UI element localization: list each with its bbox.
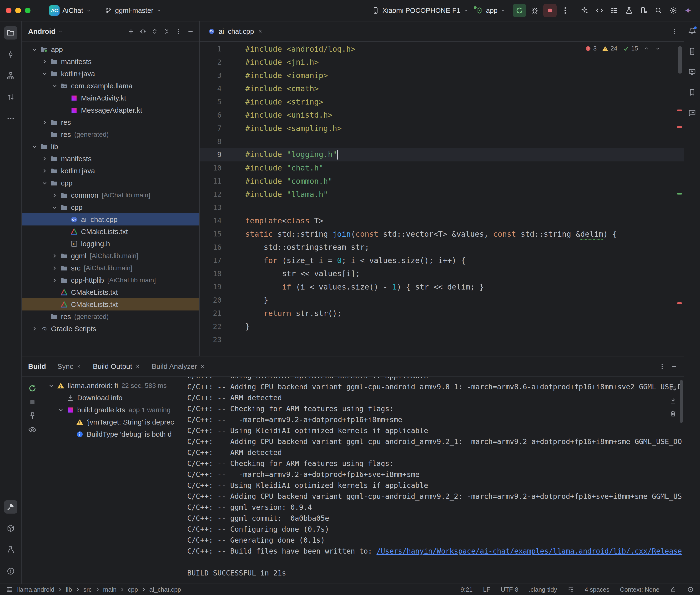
tree-item-res[interactable]: res <box>22 116 199 128</box>
breadcrumb-ai-chat-cpp[interactable]: ai_chat.cpp <box>149 586 181 593</box>
project-view-selector[interactable]: Android <box>28 27 56 35</box>
tree-item-download-info[interactable]: Download info <box>43 392 185 404</box>
pin-icon[interactable] <box>28 412 37 421</box>
line-number[interactable]: 9 <box>200 150 231 159</box>
hide-panel-icon[interactable] <box>670 363 678 370</box>
error-count[interactable]: 3 <box>585 45 597 52</box>
tab-build-analyzer[interactable]: Build Analyzer <box>152 362 205 370</box>
change-stripe-mark[interactable] <box>677 193 682 195</box>
code-line-19[interactable]: 19 if (i < values.size() - 1) { str << d… <box>200 280 684 293</box>
breadcrumb-main[interactable]: main <box>103 586 116 593</box>
stop-icon[interactable] <box>28 398 37 407</box>
line-number[interactable]: 11 <box>200 177 231 185</box>
breadcrumb-lib[interactable]: lib <box>66 586 72 593</box>
error-stripe-mark[interactable] <box>677 302 682 304</box>
tree-item-kotlin-java[interactable]: kotlin+java <box>22 165 199 177</box>
line-number[interactable]: 17 <box>200 256 231 264</box>
line-number[interactable]: 3 <box>200 71 231 80</box>
unlock-icon[interactable] <box>670 586 677 593</box>
tree-item-mainactivity-kt[interactable]: MainActivity.kt <box>22 92 199 104</box>
code-line-17[interactable]: 17 for (size_t i = 0; i < values.size();… <box>200 254 684 267</box>
tree-item-jvmtarget-string-is-deprec[interactable]: 'jvmTarget: String' is deprec <box>43 416 185 428</box>
build-console[interactable]: C/C++: -- Using KleidiAI optimized kerne… <box>185 377 684 584</box>
project-button[interactable] <box>4 26 18 39</box>
tree-item-ggml[interactable]: ggml[AiChat.lib.main] <box>22 250 199 262</box>
indent-setting[interactable]: 4 spaces <box>585 586 610 593</box>
code-line-7[interactable]: 7#include <sampling.h> <box>200 122 684 135</box>
rerun-button[interactable] <box>513 4 526 17</box>
linter-status[interactable]: .clang-tidy <box>529 586 557 593</box>
passed-count[interactable]: 15 <box>623 45 638 52</box>
line-number[interactable]: 2 <box>200 58 231 66</box>
editor-scrollbar[interactable] <box>678 46 682 74</box>
tree-item-cpp-httplib[interactable]: cpp-httplib[AiChat.lib.main] <box>22 274 199 286</box>
tree-item-gradle-scripts[interactable]: Gradle Scripts <box>22 322 199 335</box>
inspections-status-icon[interactable] <box>687 586 694 593</box>
warning-count[interactable]: 24 <box>602 45 617 52</box>
code-line-8[interactable]: 8 <box>200 135 684 148</box>
code-line-11[interactable]: 11#include "common.h" <box>200 174 684 188</box>
inspections-widget[interactable]: 3 24 15 <box>585 45 661 52</box>
line-number[interactable]: 1 <box>200 45 231 53</box>
tree-item-kotlin-java[interactable]: kotlin+java <box>22 67 199 80</box>
tree-item-messageadapter-kt[interactable]: MessageAdapter.kt <box>22 104 199 116</box>
build-button[interactable] <box>4 500 18 514</box>
line-number[interactable]: 14 <box>200 217 231 225</box>
tree-item-lib[interactable]: lib <box>22 140 199 152</box>
line-number[interactable]: 6 <box>200 111 231 119</box>
line-number[interactable]: 13 <box>200 203 231 212</box>
error-stripe-mark[interactable] <box>677 110 682 111</box>
minus-button[interactable] <box>185 26 196 37</box>
line-number[interactable]: 10 <box>200 164 231 172</box>
project-widget[interactable]: AC AiChat <box>49 5 91 16</box>
line-number[interactable]: 12 <box>200 190 231 199</box>
tree-item-cmakelists-txt[interactable]: CMakeLists.txt <box>22 298 199 310</box>
vcs-widget[interactable]: ggml-master <box>105 7 162 15</box>
code-line-13[interactable]: 13 <box>200 201 684 214</box>
locate-button[interactable] <box>138 26 148 37</box>
line-number[interactable]: 23 <box>200 336 231 344</box>
assistant-button[interactable] <box>686 107 698 119</box>
tree-item-res[interactable]: res(generated) <box>22 310 199 322</box>
code-line-3[interactable]: 3#include <iomanip> <box>200 69 684 82</box>
scroll-end-icon[interactable] <box>669 397 677 405</box>
tree-item-build-gradle-kts[interactable]: build.gradle.ktsapp 1 warning <box>43 404 185 416</box>
settings-button[interactable] <box>668 5 679 16</box>
tree-item-res[interactable]: res(generated) <box>22 128 199 140</box>
running-devices-button[interactable] <box>686 66 698 78</box>
collapse-all-button[interactable] <box>162 26 172 37</box>
code-line-9[interactable]: 9#include "logging.h" <box>200 148 684 162</box>
tab-build[interactable]: Build <box>28 362 46 370</box>
code-line-2[interactable]: 2#include <jni.h> <box>200 56 684 69</box>
previous-problem-button[interactable] <box>643 46 649 52</box>
line-ending[interactable]: LF <box>483 586 490 593</box>
code-line-12[interactable]: 12#include "llama.h" <box>200 188 684 201</box>
console-file-link[interactable]: /Users/hanyin/Workspace/ai-chat/examples… <box>376 547 682 555</box>
breadcrumb-llama-android[interactable]: llama.android <box>17 586 54 593</box>
caret-position[interactable]: 9:21 <box>460 586 473 593</box>
line-number[interactable]: 7 <box>200 124 231 132</box>
line-number[interactable]: 5 <box>200 97 231 106</box>
tree-item-llama-android-fi[interactable]: llama.android: fi22 sec, 583 ms <box>43 379 185 392</box>
tree-item-cpp[interactable]: cpp <box>22 201 199 213</box>
line-number[interactable]: 21 <box>200 309 231 317</box>
minimize-window-button[interactable] <box>15 8 21 13</box>
rerun-icon[interactable] <box>28 384 37 393</box>
tree-item-manifests[interactable]: manifests <box>22 152 199 165</box>
line-number[interactable]: 20 <box>200 296 231 304</box>
line-number[interactable]: 4 <box>200 85 231 93</box>
expand-all-button[interactable] <box>149 26 160 37</box>
code-inspect-button[interactable] <box>594 5 605 16</box>
tree-item-common[interactable]: common[AiChat.lib.main] <box>22 189 199 201</box>
code-line-18[interactable]: 18 str << values[i]; <box>200 267 684 281</box>
console-scrollbar[interactable] <box>680 380 683 423</box>
code-line-23[interactable]: 23 <box>200 333 684 346</box>
code-line-10[interactable]: 10#include "chat.h" <box>200 162 684 175</box>
test-flask-button[interactable] <box>4 543 18 557</box>
code-line-14[interactable]: 14template<class T> <box>200 214 684 228</box>
task-list-button[interactable] <box>609 5 620 16</box>
close-icon[interactable] <box>200 364 205 369</box>
close-icon[interactable] <box>76 364 81 369</box>
device-link-button[interactable] <box>638 5 649 16</box>
gemini-button[interactable] <box>682 5 694 16</box>
